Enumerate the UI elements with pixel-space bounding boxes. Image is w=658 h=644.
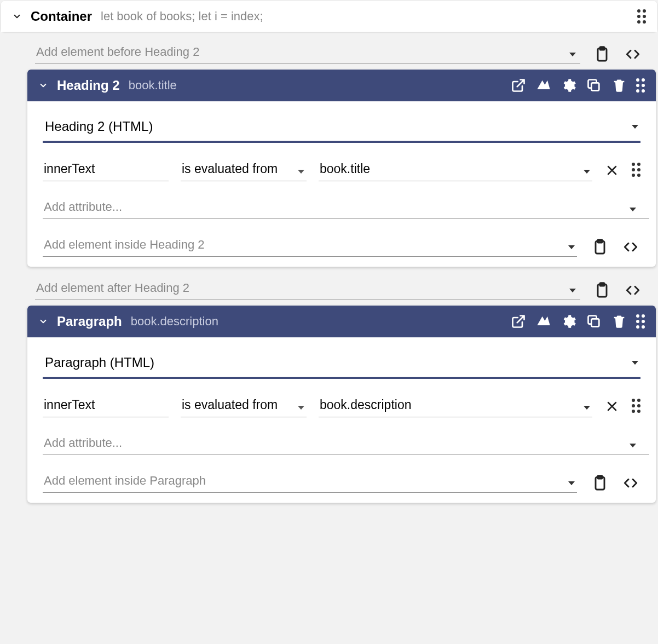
- element-type-label: Heading 2 (HTML): [45, 119, 153, 134]
- code-icon[interactable]: [621, 237, 640, 257]
- attribute-row: [43, 393, 640, 417]
- add-attribute-input[interactable]: [43, 432, 649, 455]
- insert-after-input[interactable]: [35, 277, 580, 300]
- dropdown-icon[interactable]: [568, 481, 575, 485]
- insert-after-row: [1, 271, 657, 306]
- heading2-title: Heading 2: [57, 78, 120, 93]
- dropdown-icon[interactable]: [630, 444, 636, 447]
- open-external-icon[interactable]: [510, 313, 527, 330]
- dropdown-icon[interactable]: [569, 289, 576, 292]
- remove-attribute-icon[interactable]: [604, 399, 620, 414]
- copy-icon[interactable]: [586, 313, 602, 330]
- drag-handle-icon[interactable]: [632, 163, 640, 177]
- code-icon[interactable]: [623, 280, 643, 300]
- element-type-select[interactable]: Heading 2 (HTML): [43, 113, 640, 143]
- drag-handle-icon[interactable]: [636, 314, 645, 329]
- expand-icon[interactable]: [38, 317, 48, 326]
- insert-before-input[interactable]: [35, 41, 580, 64]
- dropdown-icon: [584, 170, 590, 174]
- add-element-inside-input[interactable]: [43, 233, 577, 257]
- trash-icon[interactable]: [611, 313, 627, 330]
- attribute-name-input[interactable]: [43, 393, 169, 417]
- clipboard-icon[interactable]: [592, 280, 612, 300]
- add-element-inside-input[interactable]: [43, 469, 577, 493]
- insert-before-row: [1, 35, 657, 70]
- dropdown-icon: [632, 125, 638, 129]
- attribute-operator-select[interactable]: [181, 393, 307, 417]
- heading2-binding: book.title: [129, 78, 177, 93]
- svg-rect-7: [591, 319, 599, 326]
- attribute-value-input[interactable]: [319, 157, 592, 181]
- expand-icon[interactable]: [12, 12, 22, 21]
- container-expression: let book of books; let i = index;: [101, 9, 263, 24]
- code-icon[interactable]: [621, 473, 640, 493]
- dropdown-icon: [298, 170, 304, 174]
- copy-icon[interactable]: [586, 77, 602, 94]
- drag-handle-icon[interactable]: [637, 9, 646, 24]
- element-type-select[interactable]: Paragraph (HTML): [43, 349, 640, 379]
- svg-rect-2: [591, 83, 599, 90]
- heading2-panel: Heading 2 book.title Heading 2 (HTML): [27, 70, 656, 267]
- trash-icon[interactable]: [611, 77, 627, 94]
- attribute-row: [43, 157, 640, 181]
- paragraph-binding: book.description: [131, 314, 218, 329]
- palette-icon[interactable]: [535, 77, 552, 94]
- attribute-operator-select[interactable]: [181, 157, 307, 181]
- dropdown-icon[interactable]: [569, 53, 576, 56]
- clipboard-icon[interactable]: [592, 44, 612, 64]
- palette-icon[interactable]: [535, 313, 552, 330]
- dropdown-icon: [298, 406, 304, 410]
- expand-icon[interactable]: [38, 81, 48, 90]
- container-header: Container let book of books; let i = ind…: [1, 1, 657, 32]
- dropdown-icon[interactable]: [630, 208, 636, 211]
- element-type-label: Paragraph (HTML): [45, 355, 154, 370]
- clipboard-icon[interactable]: [590, 473, 610, 493]
- drag-handle-icon[interactable]: [632, 399, 640, 413]
- gear-icon[interactable]: [561, 313, 577, 330]
- attribute-value-input[interactable]: [319, 393, 592, 417]
- add-attribute-input[interactable]: [43, 196, 649, 219]
- dropdown-icon: [632, 361, 638, 365]
- remove-attribute-icon[interactable]: [604, 163, 620, 178]
- dropdown-icon: [584, 406, 590, 410]
- heading2-header: Heading 2 book.title: [27, 70, 656, 101]
- paragraph-title: Paragraph: [57, 314, 122, 329]
- paragraph-panel: Paragraph book.description Paragraph (HT…: [27, 306, 656, 503]
- dropdown-icon[interactable]: [568, 245, 575, 249]
- gear-icon[interactable]: [561, 77, 577, 94]
- clipboard-icon[interactable]: [590, 237, 610, 257]
- container-title: Container: [31, 9, 92, 24]
- code-icon[interactable]: [623, 44, 643, 64]
- open-external-icon[interactable]: [510, 77, 527, 94]
- attribute-name-input[interactable]: [43, 157, 169, 181]
- drag-handle-icon[interactable]: [636, 78, 645, 93]
- paragraph-header: Paragraph book.description: [27, 306, 656, 337]
